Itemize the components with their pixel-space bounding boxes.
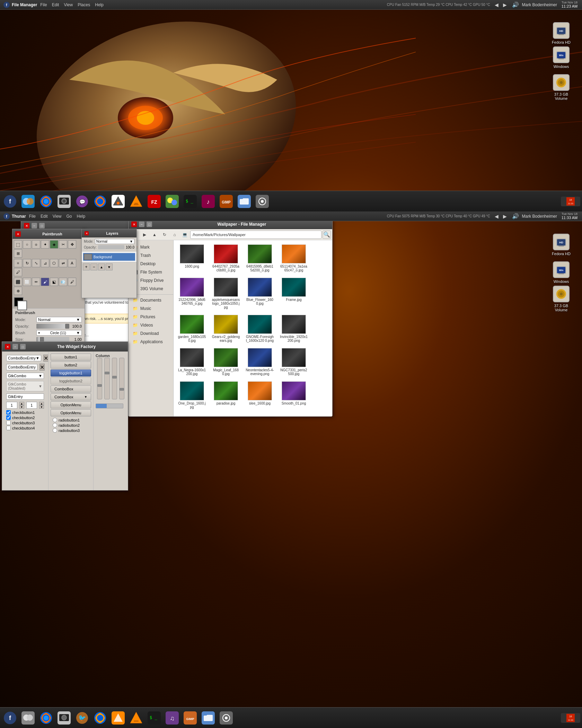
- sidebar-item-applications[interactable]: 📁 Applications: [129, 338, 173, 346]
- file-item-0[interactable]: 1600.png: [176, 243, 208, 274]
- wf-checkbox-3[interactable]: checkbutton3: [4, 420, 46, 425]
- tool-text[interactable]: A: [68, 259, 76, 267]
- foreground-color[interactable]: [14, 297, 24, 307]
- taskbar-filezilla[interactable]: FZ: [146, 193, 162, 210]
- background-color[interactable]: [17, 301, 27, 310]
- wf-radio-3[interactable]: radiobutton3: [51, 428, 91, 433]
- wf-checkbox-2[interactable]: checkbutton2: [4, 415, 46, 420]
- panel2-menu-file[interactable]: File: [27, 213, 37, 219]
- taskbar-firefox[interactable]: [38, 193, 54, 210]
- fm-forward-btn[interactable]: ▶: [140, 230, 149, 239]
- fm-min-btn[interactable]: −: [139, 222, 144, 227]
- file-item-5[interactable]: appletvesquesanslogo_1680x1050.jpg: [210, 276, 241, 311]
- fedora-panel-icon[interactable]: f: [3, 1, 10, 9]
- desktop-icon-fedorahd2[interactable]: HD Fedora HD: [547, 232, 575, 257]
- radio-3-input[interactable]: [53, 428, 57, 433]
- combo-clear-btn-1[interactable]: ✕: [43, 355, 48, 362]
- tool-paintbrush[interactable]: 🖌: [41, 278, 49, 286]
- fm-path-bar[interactable]: /home/Mark/Pictures/Wallpaper: [190, 231, 321, 239]
- taskbar-thunar[interactable]: [236, 193, 253, 210]
- taskbar2-inkscape[interactable]: [110, 710, 126, 726]
- tool-fuzzy-select[interactable]: ✦: [41, 240, 49, 249]
- taskbar-screenshot[interactable]: [56, 193, 72, 210]
- taskbar-terminal[interactable]: $ _: [182, 193, 199, 210]
- file-item-8[interactable]: garden_1680x1050.jpg: [176, 313, 208, 344]
- sidebar-item-music[interactable]: 📁 Music: [129, 304, 173, 313]
- file-item-13[interactable]: Magic_Leaf_1680.jpg: [210, 347, 241, 377]
- tool-clone[interactable]: ⊕: [14, 287, 22, 295]
- tool-bucket-fill[interactable]: ⬛: [14, 278, 22, 286]
- file-item-14[interactable]: Neontentacles5-4-evening.png: [244, 347, 275, 377]
- panel2-menu-view[interactable]: View: [51, 213, 63, 219]
- panel-menu-file[interactable]: File: [38, 2, 48, 8]
- browser-min-btn[interactable]: −: [32, 223, 37, 228]
- taskbar-inkscape[interactable]: [110, 193, 126, 210]
- desktop-icon-fedorahd[interactable]: HD Fedora HD: [547, 21, 575, 46]
- speaker-icon-2[interactable]: 🔊: [512, 213, 519, 220]
- combo-box-btn-2[interactable]: ComboBox ▼: [51, 393, 91, 400]
- file-item-3[interactable]: 65114074_3a1ea65c47_o.jpg: [278, 243, 309, 274]
- file-item-4[interactable]: 152242996_b8d6340765_o.jpg: [176, 276, 208, 311]
- desktop-icon-windows2[interactable]: Win Windows: [547, 260, 575, 285]
- file-item-6[interactable]: Blue_Flower_1600.jpg: [244, 276, 275, 311]
- nav-back-icon[interactable]: ◀: [493, 1, 501, 9]
- tool-select-by-color[interactable]: ◈: [50, 240, 58, 249]
- wf-max-btn[interactable]: □: [20, 344, 26, 349]
- gimp-close-btn[interactable]: ✕: [15, 231, 21, 237]
- layer-item[interactable]: Background: [83, 253, 135, 261]
- taskbar2-firefox2[interactable]: [92, 710, 108, 726]
- layers-close-btn[interactable]: ✕: [85, 231, 89, 235]
- checkbox-2-input[interactable]: [6, 415, 11, 420]
- file-item-18[interactable]: slee_1600.jpg: [244, 380, 275, 410]
- panel-menu-help[interactable]: Help: [93, 2, 105, 8]
- radio-1-input[interactable]: [53, 418, 57, 422]
- slider-vertical-3[interactable]: [112, 358, 117, 399]
- fm-max-btn[interactable]: □: [147, 222, 152, 227]
- spinner-input-2[interactable]: 1: [26, 402, 37, 409]
- file-item-19[interactable]: Smooth_01.png: [278, 380, 309, 410]
- checkbox-3-input[interactable]: [6, 421, 11, 425]
- desktop-icon-windows[interactable]: Win Windows: [547, 45, 575, 70]
- tool-ink[interactable]: 🖋: [68, 278, 76, 286]
- slider-vertical-1[interactable]: [97, 358, 102, 399]
- slider-vertical-4[interactable]: [119, 358, 124, 399]
- sidebar-item-pictures[interactable]: 📁 Pictures: [129, 313, 173, 321]
- spinner-down-btn[interactable]: ▼: [19, 405, 24, 409]
- file-item-15[interactable]: NGC7331_peris2500.jpg: [278, 347, 309, 377]
- tool-crop[interactable]: ⌗: [14, 259, 22, 267]
- browser-max-btn[interactable]: □: [39, 223, 45, 228]
- panel-menu-edit[interactable]: Edit: [50, 2, 61, 8]
- fm-home-btn[interactable]: ⌂: [170, 230, 179, 239]
- opacity-slider[interactable]: [36, 324, 69, 329]
- panel2-menu-edit[interactable]: Edit: [39, 213, 50, 219]
- taskbar2-terminal[interactable]: $ _: [146, 710, 162, 726]
- speaker-icon[interactable]: 🔊: [512, 1, 519, 9]
- button-1[interactable]: button1: [51, 354, 91, 361]
- tool-scale[interactable]: ⤡: [32, 259, 40, 267]
- tool-rotate[interactable]: ↻: [23, 259, 31, 267]
- taskbar-fedora[interactable]: f: [2, 193, 18, 210]
- spinner-up-btn[interactable]: ▲: [19, 402, 24, 405]
- tool-airbrush[interactable]: 💨: [59, 278, 67, 286]
- taskbar2-finder[interactable]: [20, 710, 36, 726]
- file-item-1[interactable]: 64402767_2935ac6b80_o.jpg: [210, 243, 241, 274]
- taskbar-python[interactable]: [164, 193, 180, 210]
- file-item-16[interactable]: One_Drop_1600.jpg: [176, 380, 208, 410]
- browser-close-btn[interactable]: ✕: [24, 223, 29, 228]
- option-menu-btn-2[interactable]: OptionMenu: [51, 409, 91, 416]
- taskbar-system[interactable]: [254, 193, 271, 210]
- file-item-12[interactable]: La_Negra-1600x1200.jpg: [176, 347, 208, 377]
- taskbar-firefox-small[interactable]: [92, 193, 108, 210]
- nav-forward-icon-2[interactable]: ▶: [501, 213, 509, 220]
- wf-checkbox-4[interactable]: checkbutton4: [4, 425, 46, 431]
- taskbar-vlc[interactable]: [128, 193, 144, 210]
- fedora-panel-icon-2[interactable]: f: [3, 213, 10, 220]
- new-layer-btn[interactable]: +: [83, 263, 90, 270]
- taskbar2-firefox[interactable]: [38, 710, 54, 726]
- taskbar2-rhythmbox[interactable]: ♫: [164, 710, 180, 726]
- tool-eraser[interactable]: ⬕: [50, 278, 58, 286]
- tool-flip[interactable]: ⇌: [59, 259, 67, 267]
- panel-menu-places[interactable]: Places: [76, 2, 92, 8]
- wf-close-btn[interactable]: ✕: [5, 344, 10, 349]
- taskbar2-gimp[interactable]: GIMP: [182, 710, 199, 726]
